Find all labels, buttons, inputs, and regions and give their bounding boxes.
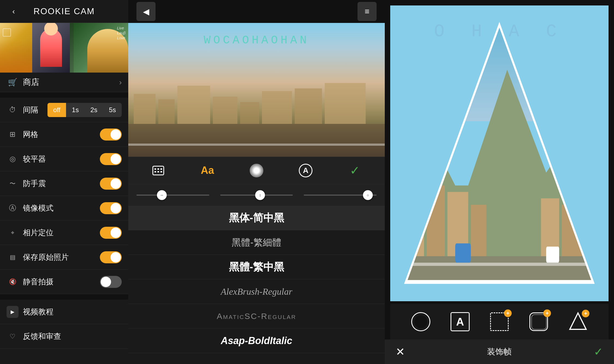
silent-icon: 🔇 <box>7 276 19 288</box>
level-icon: ◎ <box>7 153 19 165</box>
font-name-asap: Asap-BoldItalic <box>221 335 292 347</box>
svg-rect-20 <box>406 263 593 266</box>
interval-2s-btn[interactable]: 2s <box>85 103 103 117</box>
horizontal-slider[interactable]: ↔ <box>136 195 209 196</box>
menu-button[interactable]: ≡ <box>357 2 377 21</box>
font-name-amatic: AmaticSC-Regular <box>217 312 296 321</box>
confirm-tool-btn[interactable]: ✓ <box>345 161 364 180</box>
setting-save-original: ▤ 保存原始照片 <box>0 245 128 270</box>
back-button[interactable]: ‹ <box>8 6 19 17</box>
svg-rect-5 <box>157 171 159 172</box>
svg-rect-4 <box>154 171 156 172</box>
stabilize-label: 防手震 <box>23 178 100 189</box>
svg-rect-2 <box>157 168 159 170</box>
interval-off-btn[interactable]: off <box>47 103 66 117</box>
grid-toggle-thumb <box>111 129 121 140</box>
cancel-button[interactable]: ✕ <box>396 345 405 358</box>
setting-level: ◎ 较平器 <box>0 147 128 171</box>
text-tool-icon: A <box>451 312 470 331</box>
feedback-icon: ♡ <box>7 330 19 342</box>
save-original-label: 保存原始照片 <box>23 252 100 262</box>
stabilize-toggle[interactable] <box>100 178 122 190</box>
confirm-button[interactable]: ✓ <box>594 345 603 358</box>
interval-5s-btn[interactable]: 5s <box>103 103 122 117</box>
triangle-frame-badge: + <box>582 310 589 317</box>
shop-row[interactable]: 🛒 商店 › <box>0 73 128 92</box>
rotation-slider-thumb[interactable]: ○ <box>363 190 373 200</box>
sliders-area: ↔ ↕ ○ <box>128 184 385 206</box>
rounded-frame-tool[interactable]: + <box>526 309 551 334</box>
right-panel: O H A C <box>385 0 614 364</box>
font-list: 黑体-简中黑 黑體-繁細體 黑體-繁中黑 AlexBrush-Regular A… <box>128 206 385 364</box>
font-item-amatic[interactable]: AmaticSC-Regular <box>128 304 385 329</box>
action-bar-title: 装饰帧 <box>487 346 512 357</box>
font-item-heiti-trad-bold[interactable]: 黑體-繁中黑 <box>128 255 385 279</box>
right-action-bar: ✕ 装饰帧 ✓ <box>385 339 614 364</box>
svg-rect-0 <box>153 166 164 175</box>
vertical-slider[interactable]: ↕ <box>220 195 293 196</box>
circle-frame-icon <box>411 312 430 331</box>
setting-grid: ⊞ 网格 <box>0 122 128 147</box>
horizontal-slider-thumb[interactable]: ↔ <box>157 190 167 200</box>
circle-frame-tool[interactable] <box>409 309 433 334</box>
font-name-heiti-simple: 黑体-简中黑 <box>229 211 284 225</box>
text-overlay-tool[interactable]: A <box>448 309 472 334</box>
settings-list: ⏱ 间隔 off 1s 2s 5s ⊞ 网格 ◎ 较平器 <box>0 98 128 364</box>
feedback-label: 反馈和审查 <box>23 331 122 342</box>
save-icon: ▤ <box>7 251 19 263</box>
save-original-toggle[interactable] <box>100 251 122 263</box>
svg-rect-22 <box>546 247 559 263</box>
font-size-tool-btn[interactable]: Aa <box>198 161 217 180</box>
setting-location: ⌖ 相片定位 <box>0 220 128 245</box>
silent-toggle[interactable] <box>100 276 122 288</box>
font-item-asap[interactable]: Asap-BoldItalic <box>128 329 385 353</box>
keyboard-tool-btn[interactable] <box>149 161 168 180</box>
promo-banner[interactable]: LiveLauβLove <box>0 23 128 73</box>
rotation-slider[interactable]: ○ <box>304 195 377 196</box>
triangle-frame-icon: + <box>569 312 587 332</box>
photo-text-overlay: WOCAOHAOHAN <box>128 34 385 47</box>
grid-icon: ⊞ <box>7 129 19 141</box>
mirror-toggle[interactable] <box>100 202 122 214</box>
video-tutorial-row[interactable]: ▶ 视频教程 <box>0 300 128 324</box>
svg-rect-3 <box>160 168 162 170</box>
bottom-section-divider <box>0 294 128 300</box>
text-style-tool-btn[interactable]: A <box>296 161 315 180</box>
banner-image-2 <box>32 23 70 73</box>
selection-tool[interactable]: + <box>487 309 512 334</box>
vertical-slider-thumb[interactable]: ↕ <box>255 190 265 200</box>
setting-stabilize: 〜 防手震 <box>0 171 128 196</box>
back-nav-button[interactable]: ◀ <box>136 2 156 21</box>
triangle-svg <box>390 5 609 301</box>
shop-label: 商店 <box>23 77 119 88</box>
mirror-icon: Ⓐ <box>7 202 19 214</box>
level-toggle[interactable] <box>100 153 122 165</box>
stabilize-icon: 〜 <box>7 178 19 190</box>
header: ‹ ROOKIE CAM <box>0 0 128 23</box>
mid-top-bar: ◀ ≡ <box>128 0 385 23</box>
font-item-heiti-simple[interactable]: 黑体-简中黑 <box>128 206 385 230</box>
selection-icon: + <box>490 312 509 331</box>
shop-arrow-icon: › <box>119 78 122 87</box>
section-divider <box>0 92 128 98</box>
location-toggle-thumb <box>111 228 121 238</box>
shop-icon: 🛒 <box>7 76 19 88</box>
right-photo-area: O H A C <box>390 5 609 301</box>
mirror-label: 镜像模式 <box>23 203 100 213</box>
grid-toggle[interactable] <box>100 129 122 141</box>
svg-rect-6 <box>160 171 162 172</box>
feedback-row[interactable]: ♡ 反馈和审查 <box>0 324 128 349</box>
font-item-heiti-trad-light[interactable]: 黑體-繁細體 <box>128 230 385 255</box>
interval-group: off 1s 2s 5s <box>47 103 122 117</box>
setting-silent: 🔇 静音拍摄 <box>0 270 128 294</box>
color-picker-tool-btn[interactable] <box>247 161 266 180</box>
interval-icon: ⏱ <box>7 104 19 116</box>
stabilize-toggle-thumb <box>111 178 121 189</box>
font-item-alex-brush[interactable]: AlexBrush-Regular <box>128 279 385 304</box>
middle-panel: ◀ ≡ WOCAOHAOHAN <box>128 0 385 364</box>
location-icon: ⌖ <box>7 227 19 239</box>
interval-1s-btn[interactable]: 1s <box>66 103 85 117</box>
triangle-frame-tool[interactable]: + <box>566 309 590 334</box>
video-icon: ▶ <box>7 306 19 318</box>
location-toggle[interactable] <box>100 227 122 239</box>
